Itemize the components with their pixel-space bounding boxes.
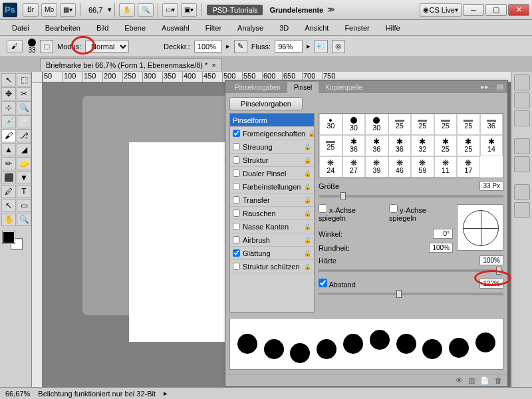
brush-option-4[interactable]: Dualer Pinsel🔒 bbox=[230, 167, 314, 180]
tool-4[interactable]: ⊹ bbox=[1, 101, 16, 114]
dock-adjustments-icon[interactable] bbox=[514, 92, 530, 108]
close-tab-icon[interactable]: × bbox=[211, 61, 215, 69]
tool-2[interactable]: ✥ bbox=[1, 87, 16, 100]
hardness-value[interactable]: 100% bbox=[479, 255, 503, 265]
brush-tip[interactable]: 36 bbox=[480, 114, 503, 135]
hand-icon[interactable]: ✋ bbox=[119, 3, 135, 17]
tool-13[interactable]: 🧽 bbox=[17, 157, 31, 170]
maximize-button[interactable]: ▢ bbox=[485, 4, 507, 16]
panel-tab-pinselvorgaben[interactable]: Pinselvorgaben bbox=[228, 82, 287, 93]
tool-preset-button[interactable]: 🖌 bbox=[7, 40, 23, 53]
menu-bild[interactable]: Bild bbox=[88, 21, 116, 35]
brush-tip-grid[interactable]: 303030252525253625✱36✱36✱36✱32✱25✱25✱14❋… bbox=[319, 113, 503, 178]
brush-tip[interactable]: 25 bbox=[319, 135, 342, 156]
cslive-button[interactable]: ◉ CS Live ▾ bbox=[420, 3, 462, 17]
tool-16[interactable]: 🖊 bbox=[1, 185, 16, 198]
screenmode-button[interactable]: ▣▾ bbox=[181, 3, 197, 17]
tool-10[interactable]: ▲ bbox=[1, 143, 16, 156]
tool-19[interactable]: ▭ bbox=[17, 199, 31, 212]
tablet-opacity-button[interactable]: ✎ bbox=[234, 40, 247, 53]
brush-tip[interactable]: 25 bbox=[388, 114, 412, 135]
tool-14[interactable]: ⬛ bbox=[1, 171, 16, 184]
brush-option-8[interactable]: Nasse Kanten🔒 bbox=[230, 220, 314, 233]
zoom-level[interactable]: 66,7 bbox=[83, 6, 108, 14]
new-brush-icon[interactable]: 📄 bbox=[480, 376, 489, 385]
menu-fenster[interactable]: Fenster bbox=[336, 21, 377, 35]
brush-panel-toggle[interactable]: ⬚ bbox=[40, 40, 53, 53]
mirror-x-checkbox[interactable]: x-Achse spiegeln bbox=[319, 204, 382, 222]
tool-3[interactable]: ✂ bbox=[17, 87, 31, 100]
minibridge-button[interactable]: Mb bbox=[41, 3, 57, 17]
size-slider[interactable] bbox=[319, 195, 503, 198]
menu-datei[interactable]: Datei bbox=[4, 21, 37, 35]
angle-value[interactable]: 0° bbox=[433, 229, 453, 239]
color-swatches[interactable] bbox=[1, 230, 30, 250]
brush-tip[interactable]: ✱36 bbox=[365, 135, 388, 156]
panel-menu-icon[interactable]: ▤ bbox=[493, 80, 507, 93]
tool-7[interactable]: 🩹 bbox=[17, 115, 31, 128]
status-zoom[interactable]: 66,67% bbox=[5, 390, 30, 398]
brush-option-10[interactable]: Glättung🔒 bbox=[230, 247, 314, 260]
menu-filter[interactable]: Filter bbox=[198, 21, 229, 35]
tool-15[interactable]: ▼ bbox=[17, 171, 31, 184]
menu-analyse[interactable]: Analyse bbox=[229, 21, 271, 35]
brush-option-9[interactable]: Airbrush🔒 bbox=[230, 233, 314, 247]
brush-option-0[interactable]: Pinselform bbox=[230, 114, 314, 127]
tool-18[interactable]: ↖ bbox=[1, 199, 16, 212]
panel-tab-kopierquelle[interactable]: Kopierquelle bbox=[319, 82, 369, 93]
mode-select[interactable]: Normal bbox=[85, 41, 129, 53]
hardness-slider[interactable] bbox=[319, 269, 503, 272]
dock-history-icon[interactable] bbox=[514, 138, 530, 154]
menu-3d[interactable]: 3D bbox=[271, 21, 297, 35]
tool-6[interactable]: 💉 bbox=[1, 115, 16, 128]
brush-option-2[interactable]: Streuung🔒 bbox=[230, 140, 314, 154]
brush-option-11[interactable]: Struktur schützen🔒 bbox=[230, 260, 314, 273]
workspace-tag[interactable]: PSD-Tutorials bbox=[207, 5, 263, 15]
delete-icon[interactable]: 🗑 bbox=[495, 376, 502, 384]
minimize-button[interactable]: ─ bbox=[463, 4, 484, 16]
tool-5[interactable]: 🔍 bbox=[17, 101, 31, 114]
fg-color[interactable] bbox=[3, 231, 15, 243]
brush-tip[interactable]: 25 bbox=[411, 114, 434, 135]
brush-option-1[interactable]: Formeigenschaften🔒 bbox=[230, 127, 314, 140]
tool-0[interactable]: ↖ bbox=[1, 73, 16, 86]
brush-tip[interactable]: ❋59 bbox=[411, 156, 434, 178]
preset-button[interactable]: Pinselvorgaben bbox=[229, 97, 303, 110]
tool-21[interactable]: 🔍 bbox=[17, 213, 31, 226]
brush-option-6[interactable]: Transfer🔒 bbox=[230, 194, 314, 207]
tool-1[interactable]: ⬚ bbox=[17, 73, 31, 86]
dock-layers-icon[interactable] bbox=[514, 74, 530, 90]
document-tab[interactable]: Briefmarke bei 66,7% (Form 1, Ebenenmask… bbox=[40, 59, 222, 71]
tool-9[interactable]: ⎇ bbox=[17, 129, 31, 142]
opacity-input[interactable] bbox=[194, 41, 222, 53]
menu-hilfe[interactable]: Hilfe bbox=[378, 21, 408, 35]
brush-tip[interactable]: 30 bbox=[319, 114, 342, 135]
flow-flyout-icon[interactable]: ▸ bbox=[307, 42, 311, 51]
arrange-button[interactable]: ▭▾ bbox=[162, 3, 178, 17]
tool-12[interactable]: ✏ bbox=[1, 157, 16, 170]
brush-option-7[interactable]: Rauschen🔒 bbox=[230, 207, 314, 220]
spacing-slider[interactable] bbox=[319, 293, 503, 295]
dock-paragraph-icon[interactable] bbox=[514, 184, 530, 200]
brush-tip[interactable]: ❋27 bbox=[342, 156, 366, 178]
brush-tip[interactable]: 30 bbox=[342, 114, 366, 135]
dock-channels-icon[interactable] bbox=[514, 110, 530, 126]
dock-actions-icon[interactable] bbox=[514, 156, 530, 172]
brush-tip[interactable]: ✱36 bbox=[342, 135, 366, 156]
close-button[interactable]: ✕ bbox=[508, 4, 529, 16]
menu-bearbeiten[interactable]: Bearbeiten bbox=[37, 21, 88, 35]
tool-20[interactable]: ✋ bbox=[1, 213, 16, 226]
panel-tab-pinsel[interactable]: Pinsel bbox=[287, 82, 319, 93]
opacity-flyout-icon[interactable]: ▸ bbox=[226, 42, 230, 51]
brush-tip[interactable]: ❋11 bbox=[434, 156, 458, 178]
tool-11[interactable]: ◢ bbox=[17, 143, 31, 156]
view-extras-button[interactable]: ▦▾ bbox=[60, 3, 76, 17]
zoom-icon[interactable]: 🔍 bbox=[138, 3, 154, 17]
brush-option-5[interactable]: Farbeinstellungen🔒 bbox=[230, 180, 314, 194]
brush-tip[interactable]: ❋24 bbox=[319, 156, 342, 178]
bridge-button[interactable]: Br bbox=[23, 3, 39, 17]
brush-tip[interactable]: ✱14 bbox=[480, 135, 503, 156]
dock-character-icon[interactable] bbox=[514, 202, 530, 218]
new-preset-icon[interactable]: ▥ bbox=[468, 376, 475, 385]
brush-tip[interactable]: ✱36 bbox=[388, 135, 412, 156]
